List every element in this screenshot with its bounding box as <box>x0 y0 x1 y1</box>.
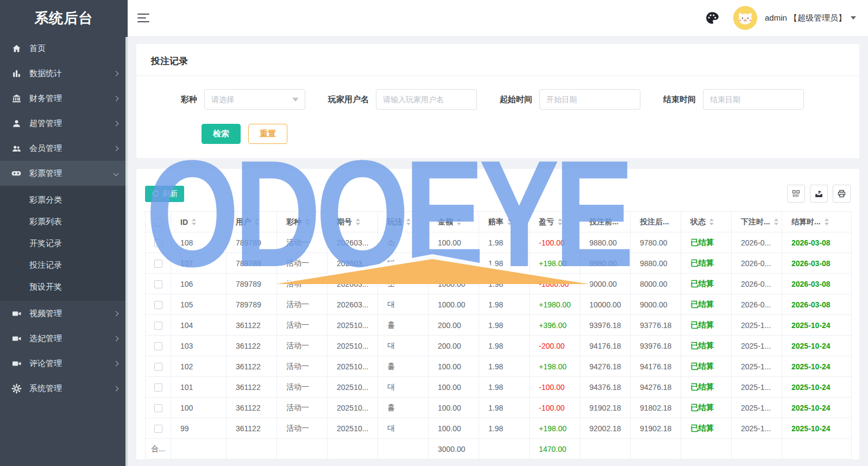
sidebar-item-admins[interactable]: 超管管理 <box>0 111 128 136</box>
video-icon <box>11 308 22 319</box>
avatar[interactable] <box>733 6 757 30</box>
col-lottery[interactable]: 彩种 <box>277 212 328 232</box>
table-row: 101361122活动一202510...대100.001.98-100.009… <box>146 377 852 398</box>
cell-status: 已结算 <box>681 315 732 336</box>
print-button[interactable] <box>833 185 851 203</box>
col-user[interactable]: 用户 <box>227 212 277 232</box>
sidebar-item-video[interactable]: 视频管理 <box>0 301 128 326</box>
end-date-input[interactable] <box>703 89 804 110</box>
sidebar-item-lottery-list[interactable]: 彩票列表 <box>0 211 128 232</box>
sidebar-item-system[interactable]: 系统管理 <box>0 376 128 401</box>
user-name[interactable]: admin 【超级管理员】 <box>765 13 846 23</box>
theme-palette-icon[interactable] <box>705 11 719 25</box>
cell-bet_time: 2025-1... <box>732 377 782 398</box>
col-after[interactable]: 投注后... <box>631 212 681 232</box>
export-button[interactable] <box>810 185 828 203</box>
sort-icon[interactable] <box>305 218 310 225</box>
chevron-right-icon <box>114 146 119 151</box>
search-button[interactable]: 检索 <box>202 124 241 144</box>
row-checkbox[interactable] <box>146 336 171 356</box>
search-card: 投注记录 彩种 玩家用户名 起始时间 结束时间 <box>136 44 859 158</box>
sidebar-item-finance[interactable]: 财务管理 <box>0 86 128 111</box>
cell-settle_time: 2025-10-24 <box>782 418 852 439</box>
cell-settle_time: 2025-10-24 <box>782 315 852 336</box>
col-amount[interactable]: 金额 <box>429 212 479 232</box>
row-checkbox[interactable] <box>146 356 171 377</box>
sidebar-item-members[interactable]: 会员管理 <box>0 136 128 161</box>
sidebar-scrollbar[interactable] <box>125 37 128 466</box>
cell-id: 102 <box>171 356 227 377</box>
cell-issue: 202510... <box>328 398 378 418</box>
table-card: 刷新 ID用户彩种期号玩法金额赔率盈亏投注前...投注后...状态下注时...结… <box>136 169 859 459</box>
cell-settle_time: 2026-03-08 <box>782 232 852 253</box>
cell-bet_time: 2026-0... <box>732 294 782 315</box>
menu-toggle-icon[interactable] <box>137 14 149 22</box>
sort-icon[interactable] <box>774 218 778 225</box>
sidebar-item-lottery-category[interactable]: 彩票分类 <box>0 189 128 211</box>
sidebar-item-label: 彩票管理 <box>29 168 114 179</box>
row-checkbox[interactable] <box>146 315 171 336</box>
row-checkbox[interactable] <box>146 253 171 274</box>
cell-bet_time: 2025-1... <box>732 315 782 336</box>
sort-icon[interactable] <box>406 218 411 225</box>
cell-amount: 100.00 <box>429 418 479 439</box>
sidebar-item-data-stats[interactable]: 数据统计 <box>0 61 128 86</box>
sidebar-item-comments[interactable]: 评论管理 <box>0 351 128 376</box>
cell-lottery: 活动一 <box>277 377 328 398</box>
cell-before: 91902.18 <box>580 398 631 418</box>
cell-before: 9980.00 <box>580 253 631 274</box>
col-bet_time[interactable]: 下注时... <box>732 212 782 232</box>
sidebar-item-bet-records[interactable]: 投注记录 <box>0 254 128 276</box>
col-profit[interactable]: 盈亏 <box>530 212 580 232</box>
col-play[interactable]: 玩法 <box>378 212 429 232</box>
col-odds[interactable]: 赔率 <box>479 212 530 232</box>
home-icon <box>11 43 22 54</box>
sort-icon[interactable] <box>507 218 512 225</box>
row-checkbox[interactable] <box>146 232 171 253</box>
cell-before: 9000.00 <box>580 274 631 294</box>
cell-before: 94376.18 <box>580 377 631 398</box>
cell-user: 361122 <box>227 315 277 336</box>
sort-icon[interactable] <box>558 218 562 225</box>
row-checkbox[interactable] <box>146 377 171 398</box>
sidebar-item-preset-draw[interactable]: 预设开奖 <box>0 276 128 298</box>
cell-settle_time: 2025-10-24 <box>782 356 852 377</box>
sort-icon[interactable] <box>825 218 829 225</box>
lottery-type-select[interactable] <box>204 89 305 110</box>
row-checkbox[interactable] <box>146 398 171 418</box>
cell-id: 101 <box>171 377 227 398</box>
col-before[interactable]: 投注前... <box>580 212 631 232</box>
sidebar-item-home[interactable]: 首页 <box>0 36 128 61</box>
sort-icon[interactable] <box>457 218 461 225</box>
reset-button[interactable]: 重置 <box>248 124 287 144</box>
sort-icon[interactable] <box>192 218 196 225</box>
sort-icon[interactable] <box>709 218 714 225</box>
row-checkbox[interactable] <box>146 274 171 294</box>
sidebar-item-draw-records[interactable]: 开奖记录 <box>0 232 128 254</box>
player-username-input[interactable] <box>376 89 477 110</box>
user-menu-caret-icon[interactable] <box>851 16 856 20</box>
refresh-button[interactable]: 刷新 <box>145 186 184 202</box>
col-status[interactable]: 状态 <box>681 212 732 232</box>
sort-icon[interactable] <box>356 218 360 225</box>
col-id[interactable]: ID <box>171 212 227 232</box>
row-checkbox[interactable] <box>146 418 171 439</box>
sidebar-item-consort[interactable]: 选妃管理 <box>0 326 128 351</box>
col-settle_time[interactable]: 结算时... <box>782 212 852 232</box>
start-date-input[interactable] <box>539 89 640 110</box>
cell-play: 대 <box>378 418 429 439</box>
sidebar-item-lottery[interactable]: 彩票管理 <box>0 161 128 186</box>
columns-button[interactable] <box>787 185 805 203</box>
cell-status: 已结算 <box>681 253 732 274</box>
cell-lottery: 活动一 <box>277 356 328 377</box>
cell-after: 91802.18 <box>631 398 681 418</box>
table-row: 107789789活动一202603...대100.001.98+198.009… <box>146 253 852 274</box>
cell-odds: 1.98 <box>479 315 530 336</box>
col-issue[interactable]: 期号 <box>328 212 378 232</box>
sort-icon[interactable] <box>255 218 259 225</box>
row-checkbox[interactable] <box>146 294 171 315</box>
cell-settle_time: 2026-03-08 <box>782 294 852 315</box>
select-all-checkbox[interactable] <box>146 212 171 232</box>
cell-profit: -100.00 <box>530 398 580 418</box>
video-icon <box>11 333 22 344</box>
